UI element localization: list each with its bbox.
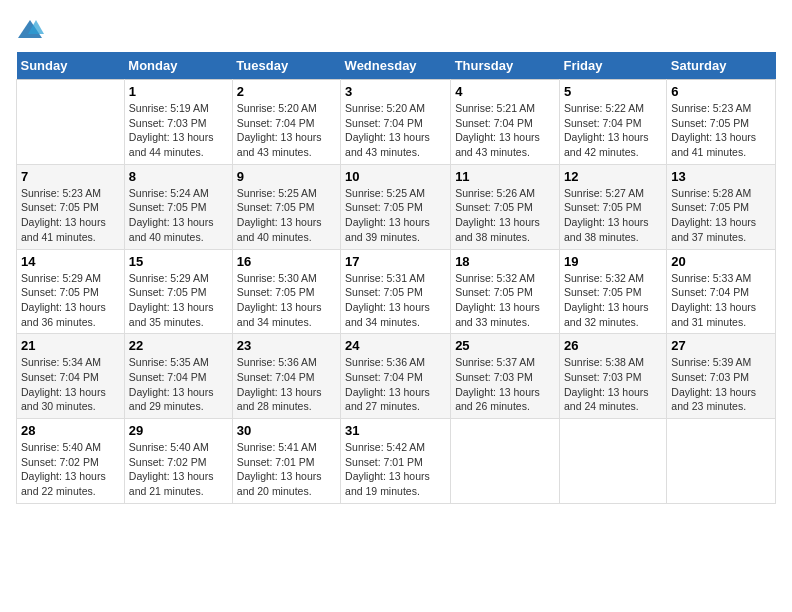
day-number: 28	[21, 423, 120, 438]
day-number: 21	[21, 338, 120, 353]
calendar-cell: 9Sunrise: 5:25 AMSunset: 7:05 PMDaylight…	[232, 164, 340, 249]
day-header-saturday: Saturday	[667, 52, 776, 80]
day-number: 17	[345, 254, 446, 269]
calendar-cell: 3Sunrise: 5:20 AMSunset: 7:04 PMDaylight…	[341, 80, 451, 165]
day-number: 3	[345, 84, 446, 99]
logo	[16, 16, 46, 44]
day-info: Sunrise: 5:37 AMSunset: 7:03 PMDaylight:…	[455, 355, 555, 414]
day-info: Sunrise: 5:25 AMSunset: 7:05 PMDaylight:…	[345, 186, 446, 245]
calendar-cell: 28Sunrise: 5:40 AMSunset: 7:02 PMDayligh…	[17, 419, 125, 504]
day-number: 27	[671, 338, 771, 353]
day-info: Sunrise: 5:19 AMSunset: 7:03 PMDaylight:…	[129, 101, 228, 160]
calendar-cell: 11Sunrise: 5:26 AMSunset: 7:05 PMDayligh…	[451, 164, 560, 249]
day-info: Sunrise: 5:20 AMSunset: 7:04 PMDaylight:…	[345, 101, 446, 160]
day-number: 10	[345, 169, 446, 184]
calendar-cell	[559, 419, 666, 504]
day-info: Sunrise: 5:39 AMSunset: 7:03 PMDaylight:…	[671, 355, 771, 414]
calendar-cell: 27Sunrise: 5:39 AMSunset: 7:03 PMDayligh…	[667, 334, 776, 419]
day-number: 26	[564, 338, 662, 353]
day-number: 19	[564, 254, 662, 269]
day-number: 2	[237, 84, 336, 99]
calendar-cell	[451, 419, 560, 504]
day-number: 29	[129, 423, 228, 438]
day-number: 4	[455, 84, 555, 99]
calendar-cell: 17Sunrise: 5:31 AMSunset: 7:05 PMDayligh…	[341, 249, 451, 334]
day-info: Sunrise: 5:33 AMSunset: 7:04 PMDaylight:…	[671, 271, 771, 330]
calendar-cell	[667, 419, 776, 504]
calendar-cell: 2Sunrise: 5:20 AMSunset: 7:04 PMDaylight…	[232, 80, 340, 165]
day-info: Sunrise: 5:27 AMSunset: 7:05 PMDaylight:…	[564, 186, 662, 245]
day-number: 18	[455, 254, 555, 269]
calendar-cell: 12Sunrise: 5:27 AMSunset: 7:05 PMDayligh…	[559, 164, 666, 249]
header	[16, 16, 776, 44]
day-number: 13	[671, 169, 771, 184]
day-number: 15	[129, 254, 228, 269]
day-header-sunday: Sunday	[17, 52, 125, 80]
day-number: 12	[564, 169, 662, 184]
calendar-cell: 6Sunrise: 5:23 AMSunset: 7:05 PMDaylight…	[667, 80, 776, 165]
calendar-cell: 16Sunrise: 5:30 AMSunset: 7:05 PMDayligh…	[232, 249, 340, 334]
calendar-cell: 22Sunrise: 5:35 AMSunset: 7:04 PMDayligh…	[124, 334, 232, 419]
day-number: 6	[671, 84, 771, 99]
day-info: Sunrise: 5:26 AMSunset: 7:05 PMDaylight:…	[455, 186, 555, 245]
calendar-cell: 19Sunrise: 5:32 AMSunset: 7:05 PMDayligh…	[559, 249, 666, 334]
week-row-4: 21Sunrise: 5:34 AMSunset: 7:04 PMDayligh…	[17, 334, 776, 419]
calendar-cell: 23Sunrise: 5:36 AMSunset: 7:04 PMDayligh…	[232, 334, 340, 419]
day-info: Sunrise: 5:36 AMSunset: 7:04 PMDaylight:…	[345, 355, 446, 414]
day-number: 14	[21, 254, 120, 269]
day-number: 1	[129, 84, 228, 99]
week-row-3: 14Sunrise: 5:29 AMSunset: 7:05 PMDayligh…	[17, 249, 776, 334]
day-header-wednesday: Wednesday	[341, 52, 451, 80]
day-info: Sunrise: 5:22 AMSunset: 7:04 PMDaylight:…	[564, 101, 662, 160]
day-info: Sunrise: 5:38 AMSunset: 7:03 PMDaylight:…	[564, 355, 662, 414]
calendar-cell: 29Sunrise: 5:40 AMSunset: 7:02 PMDayligh…	[124, 419, 232, 504]
day-number: 22	[129, 338, 228, 353]
calendar-cell: 10Sunrise: 5:25 AMSunset: 7:05 PMDayligh…	[341, 164, 451, 249]
day-number: 5	[564, 84, 662, 99]
day-info: Sunrise: 5:23 AMSunset: 7:05 PMDaylight:…	[21, 186, 120, 245]
day-number: 31	[345, 423, 446, 438]
day-number: 23	[237, 338, 336, 353]
calendar-cell: 20Sunrise: 5:33 AMSunset: 7:04 PMDayligh…	[667, 249, 776, 334]
day-info: Sunrise: 5:25 AMSunset: 7:05 PMDaylight:…	[237, 186, 336, 245]
day-info: Sunrise: 5:23 AMSunset: 7:05 PMDaylight:…	[671, 101, 771, 160]
day-number: 11	[455, 169, 555, 184]
calendar-cell: 31Sunrise: 5:42 AMSunset: 7:01 PMDayligh…	[341, 419, 451, 504]
calendar-cell: 15Sunrise: 5:29 AMSunset: 7:05 PMDayligh…	[124, 249, 232, 334]
day-info: Sunrise: 5:40 AMSunset: 7:02 PMDaylight:…	[129, 440, 228, 499]
calendar-cell: 26Sunrise: 5:38 AMSunset: 7:03 PMDayligh…	[559, 334, 666, 419]
calendar-cell: 13Sunrise: 5:28 AMSunset: 7:05 PMDayligh…	[667, 164, 776, 249]
day-info: Sunrise: 5:21 AMSunset: 7:04 PMDaylight:…	[455, 101, 555, 160]
day-number: 25	[455, 338, 555, 353]
day-number: 20	[671, 254, 771, 269]
day-number: 24	[345, 338, 446, 353]
day-header-friday: Friday	[559, 52, 666, 80]
days-header-row: SundayMondayTuesdayWednesdayThursdayFrid…	[17, 52, 776, 80]
week-row-2: 7Sunrise: 5:23 AMSunset: 7:05 PMDaylight…	[17, 164, 776, 249]
day-info: Sunrise: 5:42 AMSunset: 7:01 PMDaylight:…	[345, 440, 446, 499]
day-info: Sunrise: 5:32 AMSunset: 7:05 PMDaylight:…	[564, 271, 662, 330]
day-number: 9	[237, 169, 336, 184]
day-header-monday: Monday	[124, 52, 232, 80]
day-info: Sunrise: 5:40 AMSunset: 7:02 PMDaylight:…	[21, 440, 120, 499]
day-info: Sunrise: 5:20 AMSunset: 7:04 PMDaylight:…	[237, 101, 336, 160]
day-number: 16	[237, 254, 336, 269]
day-number: 7	[21, 169, 120, 184]
day-info: Sunrise: 5:41 AMSunset: 7:01 PMDaylight:…	[237, 440, 336, 499]
day-info: Sunrise: 5:36 AMSunset: 7:04 PMDaylight:…	[237, 355, 336, 414]
calendar-cell: 21Sunrise: 5:34 AMSunset: 7:04 PMDayligh…	[17, 334, 125, 419]
calendar-cell: 24Sunrise: 5:36 AMSunset: 7:04 PMDayligh…	[341, 334, 451, 419]
week-row-5: 28Sunrise: 5:40 AMSunset: 7:02 PMDayligh…	[17, 419, 776, 504]
calendar-cell: 8Sunrise: 5:24 AMSunset: 7:05 PMDaylight…	[124, 164, 232, 249]
calendar-cell: 1Sunrise: 5:19 AMSunset: 7:03 PMDaylight…	[124, 80, 232, 165]
day-info: Sunrise: 5:35 AMSunset: 7:04 PMDaylight:…	[129, 355, 228, 414]
day-info: Sunrise: 5:31 AMSunset: 7:05 PMDaylight:…	[345, 271, 446, 330]
calendar-cell: 30Sunrise: 5:41 AMSunset: 7:01 PMDayligh…	[232, 419, 340, 504]
day-number: 8	[129, 169, 228, 184]
calendar-cell: 14Sunrise: 5:29 AMSunset: 7:05 PMDayligh…	[17, 249, 125, 334]
calendar-cell: 7Sunrise: 5:23 AMSunset: 7:05 PMDaylight…	[17, 164, 125, 249]
calendar-cell: 25Sunrise: 5:37 AMSunset: 7:03 PMDayligh…	[451, 334, 560, 419]
day-info: Sunrise: 5:32 AMSunset: 7:05 PMDaylight:…	[455, 271, 555, 330]
week-row-1: 1Sunrise: 5:19 AMSunset: 7:03 PMDaylight…	[17, 80, 776, 165]
day-info: Sunrise: 5:30 AMSunset: 7:05 PMDaylight:…	[237, 271, 336, 330]
